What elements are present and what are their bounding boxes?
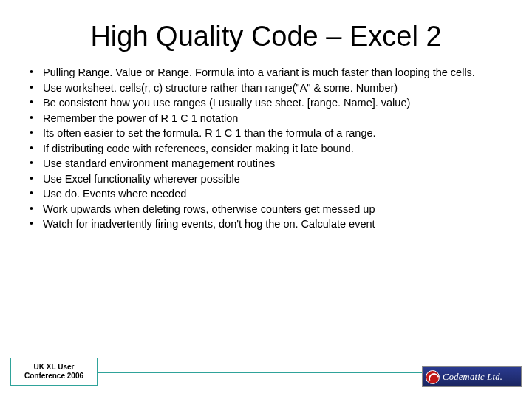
bullet-item: Use Excel functionality wherever possibl… (25, 172, 510, 186)
bullet-item: Be consistent how you use ranges (I usua… (25, 96, 510, 110)
bullet-list: Pulling Range. Value or Range. Formula i… (25, 66, 510, 231)
conference-line1: UK XL User (34, 363, 75, 372)
bullet-item: Its often easier to set the formula. R 1… (25, 126, 510, 140)
bullet-item: Pulling Range. Value or Range. Formula i… (25, 66, 510, 80)
bullet-item: If distributing code with references, co… (25, 142, 510, 156)
slide-title: High Quality Code – Excel 2 (0, 0, 532, 66)
conference-line2: Conference 2006 (24, 372, 83, 381)
bullet-item: Use do. Events where needed (25, 187, 510, 201)
conference-badge: UK XL User Conference 2006 (10, 358, 98, 386)
company-logo: Codematic Ltd. (422, 366, 522, 387)
logo-text: Codematic Ltd. (443, 372, 502, 383)
bullet-item: Watch for inadvertently firing events, d… (25, 217, 510, 231)
slide-body: Pulling Range. Value or Range. Formula i… (0, 66, 532, 231)
bullet-item: Remember the power of R 1 C 1 notation (25, 112, 510, 126)
bullet-item: Use worksheet. cells(r, c) structure rat… (25, 81, 510, 95)
bullet-item: Use standard environment management rout… (25, 157, 510, 171)
bullet-item: Work upwards when deleting rows, otherwi… (25, 202, 510, 216)
logo-icon (426, 370, 440, 384)
